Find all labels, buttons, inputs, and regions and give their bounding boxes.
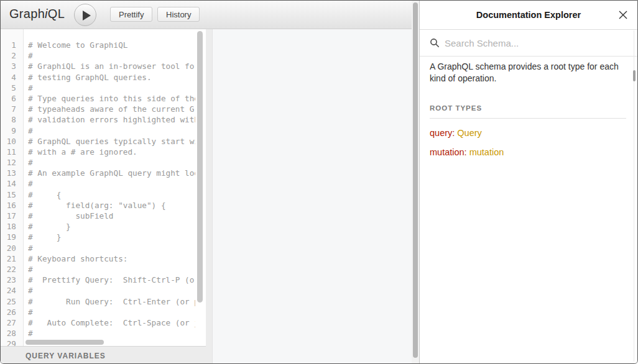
line-text: # testing GraphQL queries. [28,72,195,83]
schema-search-input[interactable] [445,38,637,48]
close-docs-button[interactable] [616,8,630,22]
graphiql-logo: GraphiQL [9,7,65,21]
play-icon [83,11,91,20]
search-icon [430,38,440,48]
line-number: 27 [1,317,24,328]
editor-vertical-scrollbar[interactable] [197,31,203,303]
window-scrollbar [412,1,419,363]
editor-line: 16# field(arg: "value") { [1,200,206,211]
editor-line: 3# GraphiQL is an in-browser tool for wr… [1,61,206,71]
line-number: 11 [1,147,24,157]
doc-scrollbar-thumb[interactable] [633,70,636,81]
editor-line: 2# [1,50,206,61]
line-text: # [28,157,195,168]
type-link[interactable]: Query [457,128,482,138]
line-text: # Welcome to GraphiQL [28,40,195,50]
editor-line: 23# Prettify Query: Shift-Ctrl-P (or pre… [1,275,206,285]
line-text: # { [28,189,195,200]
query-variables-label: QUERY VARIABLES [1,347,206,360]
line-text: # Keyboard shortcuts: [28,253,195,264]
line-text: # [28,178,195,189]
line-number: 24 [1,285,24,296]
field-keyword: query: [430,128,455,138]
line-text: # Prettify Query: Shift-Ctrl-P (or press… [28,275,195,285]
editor-line: 13# An example GraphQL query might look … [1,168,206,178]
line-text: # [28,243,195,253]
editor-line: 8# validation errors highlighted within … [1,114,206,125]
editor-line: 9# [1,125,206,136]
root-types-list: query: Querymutation: mutation [430,128,627,157]
line-text: # with a # are ignored. [28,147,195,157]
editor-line: 21# Keyboard shortcuts: [1,253,206,264]
root-type-row: mutation: mutation [430,147,627,157]
line-text: # } [28,221,195,232]
graphiql-window: GraphiQL Prettify History 1# Welcome to … [0,0,638,364]
doc-header: Documentation Explorer [420,1,637,30]
line-text: # field(arg: "value") { [28,200,195,211]
editor-line: 20# [1,243,206,253]
editor-line: 19# } [1,232,206,242]
line-text: # Run Query: Ctrl-Enter (or press the pl… [28,296,195,307]
line-number: 13 [1,168,24,178]
close-icon [618,10,628,20]
editor-line: 4# testing GraphQL queries. [1,72,206,83]
line-number: 17 [1,211,24,221]
line-number: 15 [1,189,24,200]
line-text: # [28,264,195,275]
editor-line: 17# subField [1,211,206,221]
line-number: 21 [1,253,24,264]
line-text: # GraphiQL is an in-browser tool for wri… [28,61,195,71]
query-editor[interactable]: 1# Welcome to GraphiQL2#3# GraphiQL is a… [1,29,206,363]
schema-search-row [420,30,637,57]
category-divider [430,118,626,119]
execute-query-button[interactable] [74,4,96,26]
line-number: 1 [1,40,24,50]
editor-line: 11# with a # are ignored. [1,147,206,157]
line-text: # [28,285,195,296]
editor-line: 12# [1,157,206,168]
line-number: 3 [1,61,24,71]
line-number: 4 [1,72,24,83]
editor-line: 14# [1,178,206,189]
schema-description: A GraphQL schema provides a root type fo… [430,61,627,84]
prettify-button[interactable]: Prettify [110,7,152,22]
pane-resize-divider[interactable] [206,29,212,363]
line-number: 14 [1,178,24,189]
root-type-row: query: Query [430,128,627,138]
line-number: 18 [1,221,24,232]
editor-line: 6# Type queries into this side of the sc… [1,93,206,104]
editor-line: 25# Run Query: Ctrl-Enter (or press the … [1,296,206,307]
field-keyword: mutation: [430,147,467,157]
query-variables-bar[interactable]: QUERY VARIABLES [1,346,206,363]
editor-line: 1# Welcome to GraphiQL [1,40,206,50]
history-button[interactable]: History [157,7,200,22]
toolbar: GraphiQL Prettify History [1,1,412,29]
editor-horizontal-scrollbar[interactable] [25,340,104,345]
line-text: # subField [28,211,195,221]
line-number: 20 [1,243,24,253]
line-text: # Type queries into this side of the scr… [28,93,195,104]
line-text: # [28,83,195,93]
type-link[interactable]: mutation [469,147,504,157]
line-number: 7 [1,104,24,114]
editor-line: 22# [1,264,206,275]
line-number: 5 [1,83,24,93]
editor-line: 7# typeaheads aware of the current Graph… [1,104,206,114]
root-types-title: ROOT TYPES [430,104,627,112]
result-pane [212,29,412,363]
line-text: # An example GraphQL query might look li… [28,168,195,178]
line-number: 10 [1,136,24,147]
editor-lines: 1# Welcome to GraphiQL2#3# GraphiQL is a… [1,40,206,349]
editor-line: 24# [1,285,206,296]
line-number: 25 [1,296,24,307]
line-number: 6 [1,93,24,104]
window-scrollbar-thumb[interactable] [413,2,418,358]
doc-title: Documentation Explorer [420,1,637,30]
line-number: 16 [1,200,24,211]
editor-line: 5# [1,83,206,93]
line-text: # Auto Complete: Ctrl-Space (or just sta… [28,317,195,328]
line-number: 12 [1,157,24,168]
line-number: 9 [1,125,24,136]
line-number: 19 [1,232,24,242]
line-text: # GraphQL queries typically start with a… [28,136,195,147]
